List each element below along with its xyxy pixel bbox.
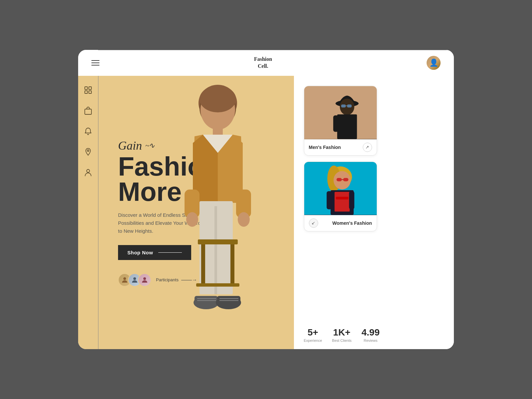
womens-card-back-arrow[interactable]: ↙: [309, 218, 318, 228]
mens-fashion-image: [304, 86, 377, 139]
stats-section: 5+ Experience 1K+ Best Clients 4.99 Revi…: [304, 321, 444, 342]
svg-rect-53: [336, 197, 348, 200]
mens-card-footer: Men's Fashion ↗: [304, 139, 377, 155]
clients-label: Best Clients: [332, 338, 352, 342]
svg-rect-32: [201, 244, 205, 284]
mens-card-label: Men's Fashion: [309, 145, 341, 150]
brand-title: Fashion Cell.: [254, 56, 272, 70]
vertical-deco-line: [98, 76, 98, 349]
app-container: Fashion Cell.: [78, 50, 454, 349]
experience-number: 5+: [304, 327, 322, 338]
mens-card-arrow[interactable]: ↗: [363, 143, 372, 152]
womens-fashion-image: [304, 162, 377, 215]
svg-rect-3: [89, 91, 91, 93]
svg-point-7: [123, 277, 126, 280]
svg-rect-54: [327, 191, 332, 209]
svg-point-14: [200, 86, 236, 112]
svg-rect-38: [341, 104, 345, 107]
clients-number: 1K+: [332, 327, 352, 338]
model-container: [138, 76, 298, 349]
svg-rect-22: [214, 206, 217, 294]
reviews-label: Reviews: [361, 338, 380, 342]
svg-rect-49: [343, 178, 348, 181]
svg-point-20: [238, 212, 250, 227]
womens-card-label: Women's Fashion: [332, 220, 372, 226]
model-svg: [148, 76, 288, 349]
stat-experience: 5+ Experience: [304, 327, 322, 342]
header: Fashion Cell.: [78, 50, 454, 76]
avatar[interactable]: [427, 56, 441, 70]
grid-icon[interactable]: [84, 86, 92, 94]
hero-section: Gain ~∿ Fashion More Discover a World of…: [98, 76, 454, 349]
svg-rect-42: [333, 115, 338, 132]
svg-rect-43: [342, 115, 347, 132]
main-content: Gain ~∿ Fashion More Discover a World of…: [78, 76, 454, 349]
bell-icon[interactable]: [84, 127, 92, 136]
svg-point-8: [133, 277, 136, 280]
svg-rect-33: [230, 244, 234, 284]
stat-reviews: 4.99 Reviews: [361, 327, 380, 342]
mens-fashion-card[interactable]: Men's Fashion ↗: [304, 86, 377, 156]
reviews-number: 4.99: [361, 327, 380, 338]
deco-line-top: [98, 50, 454, 50]
svg-rect-31: [198, 239, 238, 244]
svg-rect-48: [336, 178, 342, 181]
svg-point-6: [87, 170, 90, 173]
stat-clients: 1K+ Best Clients: [332, 327, 352, 342]
svg-point-5: [87, 150, 89, 152]
svg-rect-52: [334, 192, 350, 211]
womens-fashion-card[interactable]: ↙ Women's Fashion: [304, 162, 377, 231]
hero-right: Men's Fashion ↗: [294, 76, 454, 349]
svg-point-19: [186, 212, 198, 227]
svg-rect-0: [85, 87, 87, 89]
experience-label: Experience: [304, 338, 322, 342]
sidebar: [78, 76, 98, 349]
menu-button[interactable]: [91, 60, 99, 66]
svg-rect-2: [85, 91, 87, 93]
svg-rect-4: [85, 109, 91, 114]
svg-rect-55: [349, 191, 354, 209]
location-icon[interactable]: [84, 148, 92, 156]
bag-icon[interactable]: [84, 106, 92, 115]
fashion-cards: Men's Fashion ↗: [304, 86, 444, 231]
svg-rect-34: [196, 283, 239, 287]
womens-card-footer: ↙ Women's Fashion: [304, 215, 377, 231]
person-icon[interactable]: [84, 168, 92, 177]
svg-rect-39: [347, 104, 351, 107]
svg-rect-1: [89, 87, 91, 89]
avatar-image: [427, 56, 441, 70]
